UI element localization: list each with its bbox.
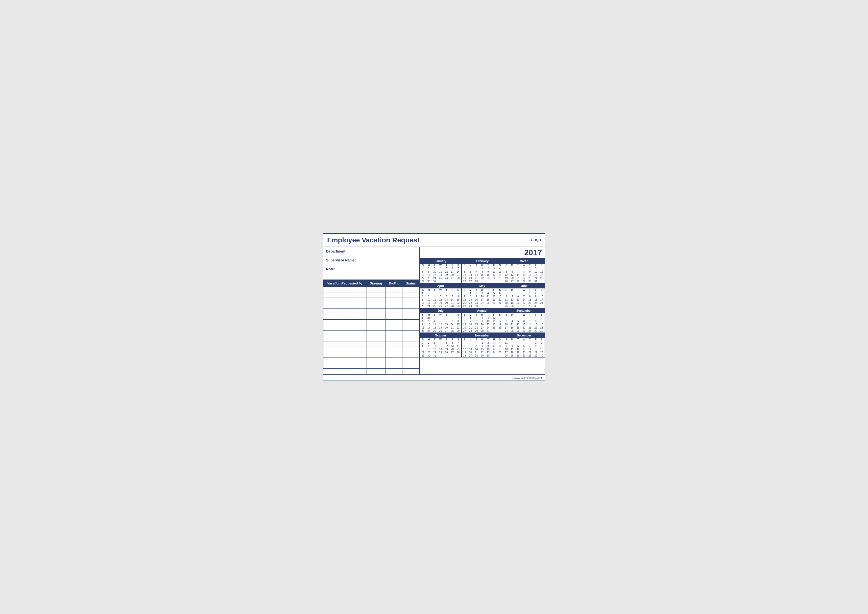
day-header: S	[455, 313, 461, 316]
cal-day: 27	[450, 277, 455, 280]
main-layout: Department: Supervisor Name: Note: Vacat…	[323, 247, 545, 375]
cal-day: 11	[509, 323, 515, 326]
day-header: S	[539, 264, 545, 267]
cal-day: 22	[420, 351, 426, 354]
table-row[interactable]	[323, 298, 419, 303]
table-row[interactable]	[323, 336, 419, 341]
cal-day: 13	[443, 323, 450, 326]
table-cell	[386, 336, 403, 341]
day-header: W	[521, 288, 527, 292]
cal-week-row: 9101112131415	[420, 323, 461, 326]
cal-day: 17	[539, 298, 545, 301]
calendar-november: NovemberSMTWTFS1234567891011121314151617…	[462, 333, 503, 358]
cal-day	[426, 292, 432, 295]
cal-day: 18	[491, 323, 497, 326]
cal-week-row: 891011121314	[420, 344, 461, 348]
cal-day: 27	[521, 329, 527, 333]
cal-day	[485, 280, 491, 283]
table-row[interactable]	[323, 368, 419, 374]
table-cell	[403, 336, 419, 341]
cal-day: 28	[527, 329, 533, 333]
cal-day: 22	[467, 301, 473, 305]
day-header: W	[521, 338, 527, 341]
cal-day: 26	[437, 305, 443, 308]
cal-table: SMTWTFS123456789101112131415161718192021…	[420, 338, 461, 357]
cal-week-row: 123456	[462, 292, 503, 295]
table-row[interactable]	[323, 347, 419, 352]
cal-day: 21	[450, 301, 455, 305]
cal-day: 25	[503, 305, 509, 308]
cal-day: 4	[485, 292, 491, 295]
day-header: W	[437, 313, 443, 316]
cal-day: 12	[509, 298, 515, 301]
cal-day: 27	[443, 305, 450, 308]
page: Employee Vacation Request Logo Departmen…	[322, 233, 546, 381]
cal-day: 13	[515, 298, 521, 301]
cal-day: 14	[527, 348, 533, 351]
cal-day: 26	[437, 329, 443, 333]
table-row[interactable]	[323, 308, 419, 314]
cal-day: 20	[462, 326, 468, 329]
month-header: June	[503, 283, 545, 288]
cal-day: 8	[473, 320, 479, 323]
cal-day	[437, 316, 443, 320]
cal-day: 14	[455, 344, 461, 348]
cal-day: 29	[533, 354, 539, 357]
cal-day: 31	[432, 354, 438, 357]
cal-day: 20	[521, 351, 527, 354]
cal-day	[467, 267, 473, 270]
table-row[interactable]	[323, 303, 419, 308]
cal-day: 5	[515, 320, 521, 323]
cal-day: 11	[497, 344, 503, 348]
day-header: M	[509, 288, 515, 292]
table-cell	[323, 287, 366, 292]
table-row[interactable]	[323, 330, 419, 336]
cal-day: 30	[426, 354, 432, 357]
table-row[interactable]	[323, 358, 419, 363]
cal-day: 17	[491, 273, 497, 277]
table-row[interactable]	[323, 292, 419, 298]
day-header: W	[479, 264, 485, 267]
cal-day: 5	[491, 292, 497, 295]
table-row[interactable]	[323, 325, 419, 330]
cal-day: 28	[462, 305, 468, 308]
cal-day	[521, 292, 527, 295]
calendar-february: FebruarySMTWTFS1234567891011121314151617…	[462, 258, 503, 283]
note-row: Note:	[323, 265, 419, 280]
table-cell	[386, 352, 403, 358]
table-cell	[386, 292, 403, 298]
cal-day: 2	[420, 295, 426, 298]
cal-day: 24	[479, 301, 485, 305]
cal-week-row: 15161718192021	[420, 348, 461, 351]
month-header: October	[420, 333, 461, 338]
day-header: W	[521, 313, 527, 316]
cal-day: 25	[437, 351, 443, 354]
table-cell	[403, 341, 419, 347]
cal-day: 2	[473, 292, 479, 295]
cal-table: SMTWTFS311234567891011121314151617181920…	[503, 338, 545, 357]
cal-day	[497, 354, 503, 357]
table-cell	[323, 347, 366, 352]
cal-day: 18	[497, 348, 503, 351]
day-header: T	[473, 338, 479, 341]
cal-day: 26	[509, 305, 515, 308]
table-row[interactable]	[323, 319, 419, 325]
cal-day: 17	[426, 326, 432, 329]
calendar-september: SeptemberSMTWTFS123456789101112131415161…	[503, 308, 545, 333]
table-row[interactable]	[323, 363, 419, 368]
day-header: F	[533, 288, 539, 292]
cal-day	[462, 316, 468, 320]
cal-day: 3	[539, 292, 545, 295]
cal-day: 3	[426, 295, 432, 298]
cal-day: 28	[521, 305, 527, 308]
cal-day: 16	[539, 323, 545, 326]
cal-day	[539, 305, 545, 308]
table-row[interactable]	[323, 314, 419, 319]
cal-day: 31	[479, 305, 485, 308]
cal-day: 18	[432, 301, 438, 305]
table-row[interactable]	[323, 287, 419, 292]
table-row[interactable]	[323, 341, 419, 347]
cal-table: SMTWTFS123456789101112131415161718192021…	[503, 264, 545, 283]
footer: © www.calendarlabs.com	[323, 375, 545, 381]
table-row[interactable]	[323, 352, 419, 358]
